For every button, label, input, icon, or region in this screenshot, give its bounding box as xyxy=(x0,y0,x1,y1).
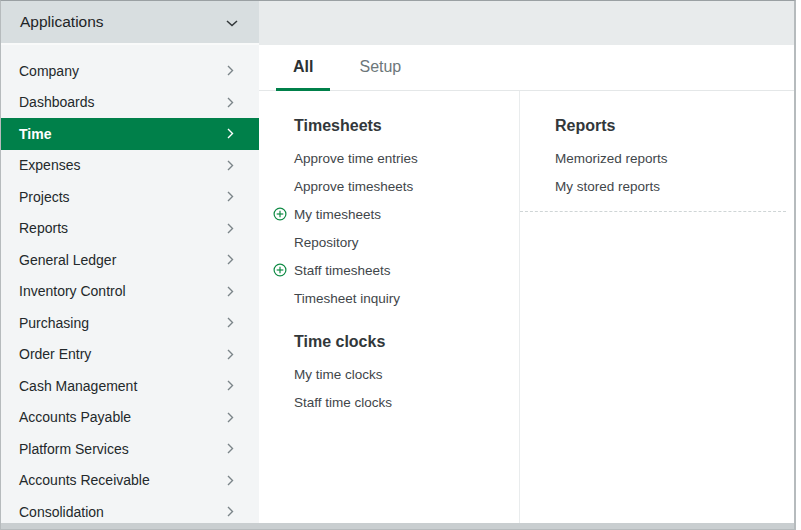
menu-item-label: Approve time entries xyxy=(294,151,418,166)
menu-content: Timesheets Approve time entries Approve … xyxy=(259,91,794,523)
applications-menu-header[interactable]: Applications xyxy=(1,1,259,45)
chevron-right-icon xyxy=(227,475,234,486)
menu-item-label: Timesheet inquiry xyxy=(294,291,400,306)
sidebar-item-time[interactable]: Time xyxy=(1,118,259,150)
sidebar-item-general-ledger[interactable]: General Ledger xyxy=(1,244,259,276)
chevron-down-icon xyxy=(226,13,238,31)
sidebar-item-reports[interactable]: Reports xyxy=(1,213,259,245)
sidebar-item-label: Expenses xyxy=(19,157,80,173)
menu-item-label: Approve timesheets xyxy=(294,179,413,194)
menu-item-repository[interactable]: Repository xyxy=(294,228,507,256)
sidebar-item-consolidation[interactable]: Consolidation xyxy=(1,496,259,523)
applications-menu-label: Applications xyxy=(20,13,104,31)
applications-sidebar: Applications Company Dashboards Time xyxy=(1,1,259,523)
menu-item-memorized-reports[interactable]: Memorized reports xyxy=(555,144,782,172)
chevron-right-icon xyxy=(227,380,234,391)
sidebar-item-inventory-control[interactable]: Inventory Control xyxy=(1,276,259,308)
tab-setup[interactable]: Setup xyxy=(342,45,418,91)
applications-menu-screen: Applications Company Dashboards Time xyxy=(0,0,801,530)
menu-item-staff-timesheets[interactable]: Staff timesheets xyxy=(294,256,507,284)
sidebar-item-label: Projects xyxy=(19,189,70,205)
section-title: Timesheets xyxy=(294,117,507,135)
section-title: Reports xyxy=(555,117,782,135)
menu-item-label: Staff timesheets xyxy=(294,263,391,278)
sidebar-item-label: Platform Services xyxy=(19,441,129,457)
sidebar-item-accounts-receivable[interactable]: Accounts Receivable xyxy=(1,465,259,497)
chevron-right-icon xyxy=(227,128,234,139)
main-panel: All Setup Timesheets Approve time entrie… xyxy=(259,45,794,523)
sidebar-item-label: Order Entry xyxy=(19,346,91,362)
tab-all[interactable]: All xyxy=(276,45,330,91)
chevron-right-icon xyxy=(227,65,234,76)
section-divider xyxy=(520,211,786,212)
quick-add-icon[interactable] xyxy=(273,263,287,277)
chevron-right-icon xyxy=(227,286,234,297)
quick-add-icon[interactable] xyxy=(273,207,287,221)
section-reports: Reports Memorized reports My stored repo… xyxy=(555,117,782,200)
menu-item-approve-timesheets[interactable]: Approve timesheets xyxy=(294,172,507,200)
sidebar-item-label: Consolidation xyxy=(19,504,104,520)
chevron-right-icon xyxy=(227,191,234,202)
sidebar-item-label: Company xyxy=(19,63,79,79)
menu-item-my-timesheets[interactable]: My timesheets xyxy=(294,200,507,228)
window-bottom-edge xyxy=(1,523,794,529)
chevron-right-icon xyxy=(227,223,234,234)
sidebar-item-platform-services[interactable]: Platform Services xyxy=(1,433,259,465)
menu-item-label: Repository xyxy=(294,235,359,250)
section-time-clocks: Time clocks My time clocks Staff time cl… xyxy=(294,333,507,416)
menu-item-label: My stored reports xyxy=(555,179,660,194)
menu-item-timesheet-inquiry[interactable]: Timesheet inquiry xyxy=(294,284,507,312)
sidebar-item-accounts-payable[interactable]: Accounts Payable xyxy=(1,402,259,434)
chevron-right-icon xyxy=(227,506,234,517)
chevron-right-icon xyxy=(227,443,234,454)
top-bar xyxy=(259,1,794,45)
sidebar-item-purchasing[interactable]: Purchasing xyxy=(1,307,259,339)
chevron-right-icon xyxy=(227,97,234,108)
sidebar-item-label: Accounts Receivable xyxy=(19,472,150,488)
sidebar-item-order-entry[interactable]: Order Entry xyxy=(1,339,259,371)
menu-column-2: Reports Memorized reports My stored repo… xyxy=(519,91,794,523)
menu-item-label: Staff time clocks xyxy=(294,395,392,410)
sidebar-item-label: General Ledger xyxy=(19,252,116,268)
sidebar-item-dashboards[interactable]: Dashboards xyxy=(1,87,259,119)
sidebar-item-label: Cash Management xyxy=(19,378,137,394)
menu-item-staff-time-clocks[interactable]: Staff time clocks xyxy=(294,388,507,416)
sidebar-item-expenses[interactable]: Expenses xyxy=(1,150,259,182)
chevron-right-icon xyxy=(227,412,234,423)
chevron-right-icon xyxy=(227,349,234,360)
section-title: Time clocks xyxy=(294,333,507,351)
menu-item-label: Memorized reports xyxy=(555,151,668,166)
app-window: Applications Company Dashboards Time xyxy=(0,0,796,530)
menu-item-label: My timesheets xyxy=(294,207,381,222)
sidebar-item-label: Time xyxy=(19,126,51,142)
chevron-right-icon xyxy=(227,160,234,171)
sidebar-item-label: Inventory Control xyxy=(19,283,126,299)
sidebar-item-projects[interactable]: Projects xyxy=(1,181,259,213)
sidebar-item-label: Accounts Payable xyxy=(19,409,131,425)
chevron-right-icon xyxy=(227,317,234,328)
menu-column-1: Timesheets Approve time entries Approve … xyxy=(259,91,519,523)
sidebar-item-list: Company Dashboards Time Expenses Project… xyxy=(1,45,259,523)
sidebar-item-cash-management[interactable]: Cash Management xyxy=(1,370,259,402)
chevron-right-icon xyxy=(227,254,234,265)
sidebar-item-company[interactable]: Company xyxy=(1,55,259,87)
menu-item-my-stored-reports[interactable]: My stored reports xyxy=(555,172,782,200)
sidebar-item-label: Purchasing xyxy=(19,315,89,331)
menu-item-approve-time-entries[interactable]: Approve time entries xyxy=(294,144,507,172)
sidebar-item-label: Reports xyxy=(19,220,68,236)
sidebar-item-label: Dashboards xyxy=(19,94,95,110)
menu-item-label: My time clocks xyxy=(294,367,383,382)
tab-bar: All Setup xyxy=(259,45,794,91)
section-timesheets: Timesheets Approve time entries Approve … xyxy=(294,117,507,312)
menu-item-my-time-clocks[interactable]: My time clocks xyxy=(294,360,507,388)
